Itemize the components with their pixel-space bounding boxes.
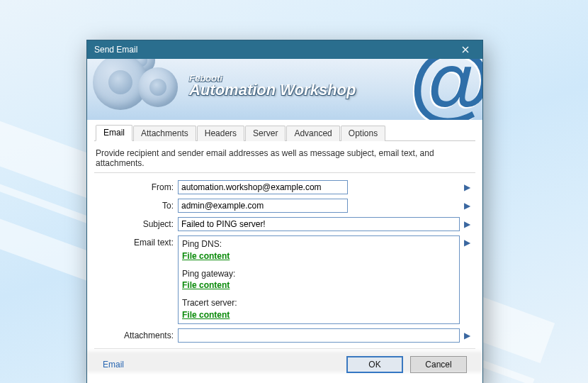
to-variable-picker[interactable]: ▶ [464,199,475,211]
brand-main: Automation Workshop [189,81,356,99]
subject-label: Subject: [94,217,174,229]
tab-advanced[interactable]: Advanced [286,126,339,141]
tab-headers[interactable]: Headers [197,126,244,141]
to-input[interactable] [178,199,348,213]
email-text-line: Ping DNS: [182,239,222,249]
tab-email[interactable]: Email [96,125,132,141]
file-content-link[interactable]: File content [182,280,230,290]
tab-options[interactable]: Options [341,126,385,141]
attachments-variable-picker[interactable]: ▶ [464,328,475,340]
brand: Febooti Automation Workshop [189,73,356,99]
from-label: From: [94,180,174,192]
file-content-link[interactable]: File content [182,310,230,320]
tab-description: Provide recipient and sender email addre… [94,145,475,173]
email-text-input[interactable]: Ping DNS: File content Ping gateway: Fil… [178,235,460,324]
email-text-line: Tracert server: [182,298,237,308]
window-title: Send Email [94,45,453,55]
close-button[interactable] [453,43,478,57]
email-text-label: Email text: [94,235,174,248]
email-text-variable-picker[interactable]: ▶ [464,235,475,248]
title-bar[interactable]: Send Email [87,40,482,59]
to-label: To: [94,199,174,211]
banner: @ Febooti Automation Workshop [87,59,482,120]
close-icon [462,46,469,53]
subject-variable-picker[interactable]: ▶ [464,217,475,229]
tab-attachments[interactable]: Attachments [133,126,196,141]
at-sign-icon: @ [408,59,482,113]
email-text-line: Ping gateway: [182,269,235,279]
attachments-label: Attachments: [94,328,174,340]
from-input[interactable] [178,180,348,194]
send-email-dialog: Send Email @ Febooti Automation Workshop… [86,40,483,383]
tab-server[interactable]: Server [245,126,285,141]
subject-input[interactable] [178,217,460,231]
dialog-reflection [86,351,483,372]
tab-strip: Email Attachments Headers Server Advance… [94,124,475,141]
gear-icon [138,67,178,107]
file-content-link[interactable]: File content [182,251,230,261]
from-variable-picker[interactable]: ▶ [464,180,475,192]
attachments-input[interactable] [178,328,460,343]
